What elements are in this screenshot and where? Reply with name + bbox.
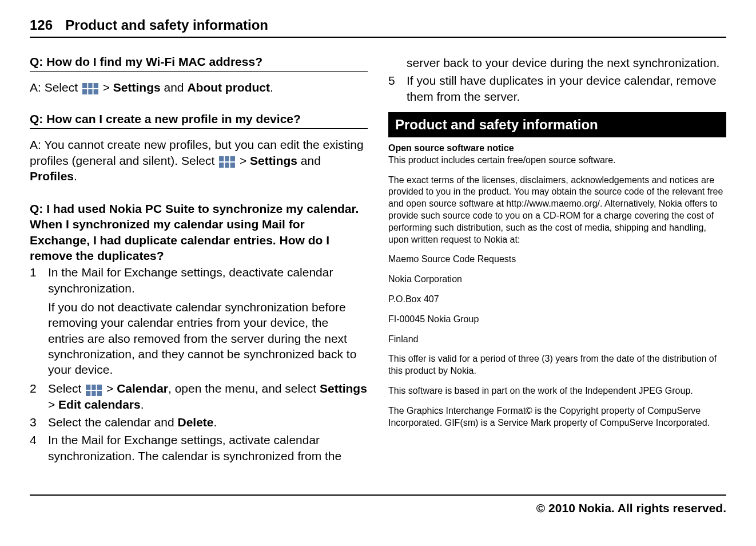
settings-label: Settings <box>250 154 297 167</box>
period: . <box>74 169 77 183</box>
oss-paragraph: This offer is valid for a period of thre… <box>388 353 726 377</box>
profiles-label: Profiles <box>30 169 74 183</box>
list-item: 5 If you still have duplicates in your d… <box>388 73 726 104</box>
list-item: 4 In the Mail for Exchange settings, act… <box>30 432 368 464</box>
text: Select <box>48 382 85 395</box>
address-line: Nokia Corporation <box>388 274 726 286</box>
page-number: 126 <box>30 17 53 33</box>
app-grid-icon <box>82 82 98 94</box>
faq-question: Q: How can I create a new profile in my … <box>30 112 368 129</box>
steps-list-continued: server back to your device during the ne… <box>388 55 726 104</box>
step-text: Select the calendar and Delete. <box>48 414 368 430</box>
step-text: server back to your device during the ne… <box>407 55 726 70</box>
section-heading-bar: Product and safety information <box>388 112 726 137</box>
oss-paragraph: This software is based in part on the wo… <box>388 385 726 397</box>
right-column: server back to your device during the ne… <box>388 55 726 429</box>
faq-question: Q: How do I find my Wi-Fi MAC address? <box>30 55 368 72</box>
gt-symbol: > <box>48 398 58 411</box>
period: . <box>270 81 273 94</box>
address-line: FI-00045 Nokia Group <box>388 314 726 326</box>
step-number: 1 <box>30 264 38 296</box>
address-line: P.O.Box 407 <box>388 294 726 306</box>
oss-heading: Open source software notice <box>388 143 726 153</box>
header-title: Product and safety information <box>65 17 268 33</box>
page-title <box>55 17 63 33</box>
step-number-blank <box>388 55 396 70</box>
oss-paragraph: The exact terms of the licenses, disclai… <box>388 175 726 246</box>
period: . <box>214 416 217 429</box>
list-item: 3 Select the calendar and Delete. <box>30 414 368 430</box>
step-text: In the Mail for Exchange settings, deact… <box>48 264 368 296</box>
faq-block-duplicates: Q: I had used Nokia PC Suite to synchron… <box>30 201 368 464</box>
app-grid-icon <box>86 384 102 395</box>
steps-list: 1 In the Mail for Exchange settings, dea… <box>30 264 368 296</box>
gt-symbol: > <box>100 81 113 94</box>
page-footer: © 2010 Nokia. All rights reserved. <box>30 494 726 515</box>
period: . <box>141 398 144 411</box>
app-grid-icon <box>219 156 235 167</box>
content-columns: Q: How do I find my Wi-Fi MAC address? A… <box>30 55 726 466</box>
faq-answer: A: You cannot create new profiles, but y… <box>30 137 368 184</box>
step-text: If you still have duplicates in your dev… <box>407 73 726 104</box>
text: , open the menu, and select <box>168 382 320 395</box>
calendar-label: Calendar <box>117 382 168 395</box>
faq-question: Q: I had used Nokia PC Suite to synchron… <box>30 201 368 263</box>
settings-label: Settings <box>113 81 161 94</box>
gt-symbol: > <box>103 382 117 395</box>
gt-symbol: > <box>236 154 250 167</box>
step-number: 2 <box>30 381 38 412</box>
faq-answer: A: Select > Settings and About product. <box>30 80 368 95</box>
address-line: Maemo Source Code Requests <box>388 254 726 266</box>
left-column: Q: How do I find my Wi-Fi MAC address? A… <box>30 55 368 466</box>
settings-label: Settings <box>320 382 367 395</box>
about-product-label: About product <box>187 81 270 94</box>
list-item: 2 Select > Calendar, open the menu, and … <box>30 381 368 412</box>
step-text: Select > Calendar, open the menu, and se… <box>48 381 368 412</box>
oss-paragraph: The Graphics Interchange Format© is the … <box>388 405 726 429</box>
faq-block-new-profile: Q: How can I create a new profile in my … <box>30 112 368 184</box>
list-item: server back to your device during the ne… <box>388 55 726 70</box>
faq-block-wifi-mac: Q: How do I find my Wi-Fi MAC address? A… <box>30 55 368 95</box>
and-text: and <box>297 154 321 167</box>
answer-text: A: Select <box>30 81 81 94</box>
text: Select the calendar and <box>48 416 178 429</box>
steps-list: 2 Select > Calendar, open the menu, and … <box>30 381 368 463</box>
oss-paragraph: This product includes certain free/open … <box>388 155 726 167</box>
and-text: and <box>161 81 188 94</box>
address-line: Finland <box>388 334 726 346</box>
step-number: 5 <box>388 73 396 104</box>
step-text: In the Mail for Exchange settings, activ… <box>48 432 368 464</box>
step-number: 4 <box>30 432 38 464</box>
page-header: 126 Product and safety information <box>30 17 726 38</box>
edit-calendars-label: Edit calendars <box>58 398 141 411</box>
list-item: 1 In the Mail for Exchange settings, dea… <box>30 264 368 296</box>
step-note: If you do not deactivate calendar synchr… <box>48 299 368 377</box>
step-number: 3 <box>30 414 38 430</box>
delete-label: Delete <box>178 416 214 429</box>
